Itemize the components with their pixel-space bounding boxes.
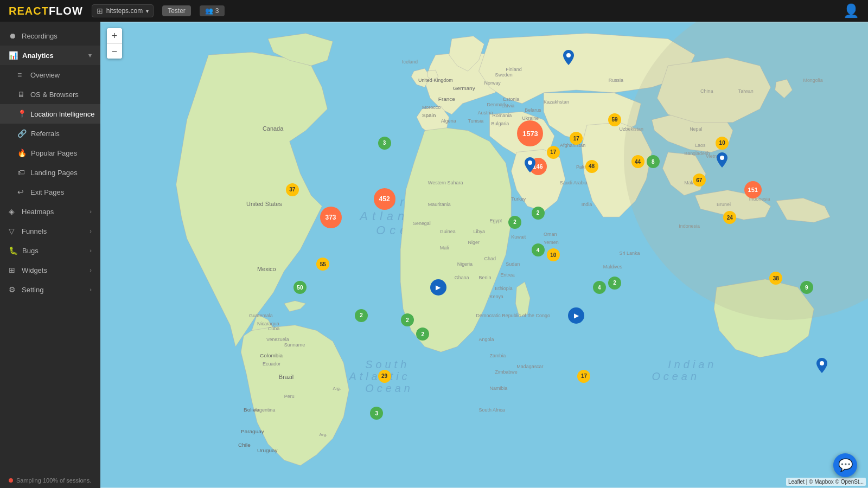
sidebar-item-bugs[interactable]: 🐛 Bugs › [0, 241, 100, 260]
marker-nigeria[interactable]: 10 [547, 248, 560, 261]
marker-uk[interactable]: 1573 [517, 120, 543, 146]
sidebar-item-funnels[interactable]: ▽ Funnels › [0, 221, 100, 241]
marker-ukraine[interactable]: 59 [608, 113, 621, 126]
map-container[interactable]: North Atlantic Ocean South Atlantic Ocea… [100, 22, 868, 488]
svg-text:Guinea: Guinea [440, 229, 456, 234]
marker-germany[interactable]: 17 [570, 132, 583, 145]
marker-turkey[interactable]: 44 [631, 155, 644, 168]
tester-badge: Tester [162, 5, 191, 16]
svg-text:Colombia: Colombia [260, 352, 283, 358]
blue-pin-russia_pin[interactable] [563, 50, 574, 68]
avatar-icon[interactable]: 👤 [843, 3, 859, 18]
users-count: 3 [215, 7, 219, 15]
logo[interactable]: REACTFLOW [9, 5, 83, 17]
svg-text:Peru: Peru [284, 394, 295, 399]
svg-text:Bulgaria: Bulgaria [491, 121, 509, 126]
sidebar-item-location[interactable]: 📍 Location Intelligence [0, 104, 100, 124]
setting-label: Setting [22, 286, 43, 294]
marker-india[interactable]: 151 [744, 181, 762, 198]
blue-pin-australia_pin[interactable] [816, 358, 827, 376]
bugs-icon: 🐛 [9, 246, 18, 255]
marker-france[interactable]: 17 [547, 146, 560, 159]
overview-icon: ≡ [17, 70, 26, 79]
users-badge[interactable]: 👥 3 [200, 5, 225, 16]
play-marker-caribbean_play[interactable]: ▶ [430, 279, 446, 296]
analytics-icon: 📊 [9, 51, 18, 60]
svg-text:Latvia: Latvia [501, 103, 514, 108]
marker-colombia[interactable]: 2 [355, 309, 368, 322]
svg-text:South: South [365, 358, 410, 370]
widgets-chevron: › [90, 267, 92, 273]
sidebar-item-popular-pages[interactable]: 🔥 Popular Pages [0, 143, 100, 163]
zoom-in-button[interactable]: + [107, 28, 122, 43]
svg-text:Germany: Germany [453, 85, 475, 91]
marker-mexico[interactable]: 55 [316, 258, 329, 271]
sidebar-item-widgets[interactable]: ⊞ Widgets › [0, 260, 100, 280]
svg-text:Maldives: Maldives [603, 264, 623, 269]
svg-text:Estonia: Estonia [503, 97, 519, 102]
funnels-label: Funnels [22, 227, 47, 235]
sidebar-item-landing-pages[interactable]: 🏷 Landing Pages [0, 163, 100, 182]
site-selector[interactable]: ⊞ hitsteps.com ▾ [92, 4, 154, 17]
svg-text:Algeria: Algeria [441, 118, 456, 124]
svg-text:Uruguay: Uruguay [257, 447, 278, 453]
svg-text:Nepal: Nepal [690, 126, 702, 132]
os-browsers-label: OS & Browsers [30, 91, 79, 99]
marker-chile[interactable]: 29 [378, 370, 391, 383]
recordings-label: Recordings [22, 32, 58, 40]
svg-text:Canada: Canada [263, 125, 284, 132]
sidebar-item-exit-pages[interactable]: ↩ Exit Pages [0, 182, 100, 202]
sidebar-item-heatmaps[interactable]: ◈ Heatmaps › [0, 202, 100, 221]
marker-srilanka[interactable]: 24 [723, 211, 736, 224]
marker-us2[interactable]: 452 [374, 188, 395, 210]
svg-text:Sri Lanka: Sri Lanka [620, 251, 640, 256]
sidebar-item-overview[interactable]: ≡ Overview [0, 65, 100, 85]
svg-text:Egypt: Egypt [489, 218, 502, 223]
marker-africa_s[interactable]: 17 [577, 370, 590, 383]
sidebar-item-referrals[interactable]: 🔗 Referrals [0, 124, 100, 143]
svg-text:Arg.: Arg. [320, 432, 328, 437]
marker-brazil2[interactable]: 2 [401, 313, 414, 326]
marker-russia[interactable]: 8 [647, 155, 660, 168]
svg-text:Austria: Austria [478, 110, 493, 115]
sidebar-item-setting[interactable]: ⚙ Setting › [0, 280, 100, 299]
widgets-icon: ⊞ [9, 266, 17, 274]
svg-text:Ocean: Ocean [365, 382, 413, 394]
bugs-chevron: › [90, 247, 92, 254]
svg-point-96 [720, 156, 724, 160]
svg-text:Ecuador: Ecuador [263, 361, 280, 367]
marker-malaysia[interactable]: 38 [769, 272, 782, 285]
popular-pages-icon: 🔥 [17, 149, 27, 157]
marker-brazil[interactable]: 2 [416, 328, 429, 341]
marker-argentina[interactable]: 3 [370, 407, 383, 420]
marker-mexico2[interactable]: 50 [293, 281, 307, 294]
marker-china[interactable]: 10 [716, 137, 729, 150]
blue-pin-morocco_pin[interactable] [525, 157, 535, 176]
sidebar-item-analytics[interactable]: 📊 Analytics ▾ [0, 46, 100, 65]
marker-canada[interactable]: 3 [378, 137, 391, 150]
marker-mauritania[interactable]: 2 [532, 207, 545, 220]
marker-greece[interactable]: 48 [585, 160, 598, 173]
play-marker-africa_play[interactable]: ▶ [568, 307, 584, 324]
marker-indonesia[interactable]: 9 [800, 281, 813, 294]
analytics-label: Analytics [22, 52, 54, 60]
svg-text:Zambia: Zambia [489, 353, 506, 358]
sidebar-item-recordings[interactable]: ⏺ Recordings [0, 26, 100, 46]
svg-text:Cuba: Cuba [268, 326, 279, 332]
marker-pakistan[interactable]: 67 [693, 174, 706, 187]
svg-text:Romania: Romania [492, 113, 512, 118]
zoom-out-button[interactable]: − [107, 43, 122, 59]
marker-senegal[interactable]: 2 [508, 216, 521, 229]
blue-pin-india_pin2[interactable] [717, 152, 727, 171]
sidebar-item-os-browsers[interactable]: 🖥 OS & Browsers [0, 85, 100, 104]
map-attribution: Leaflet | © Mapbox © OpenSt... [786, 478, 866, 486]
marker-kenya[interactable]: 2 [608, 277, 621, 290]
marker-congo[interactable]: 4 [593, 281, 606, 294]
marker-ghana[interactable]: 4 [532, 243, 545, 256]
chat-button[interactable]: 💬 [833, 453, 857, 477]
svg-text:Ocean: Ocean [652, 370, 700, 382]
setting-chevron: › [90, 286, 92, 293]
marker-us3[interactable]: 37 [286, 183, 299, 196]
marker-us[interactable]: 373 [320, 207, 342, 228]
world-map-svg: North Atlantic Ocean South Atlantic Ocea… [100, 22, 868, 488]
